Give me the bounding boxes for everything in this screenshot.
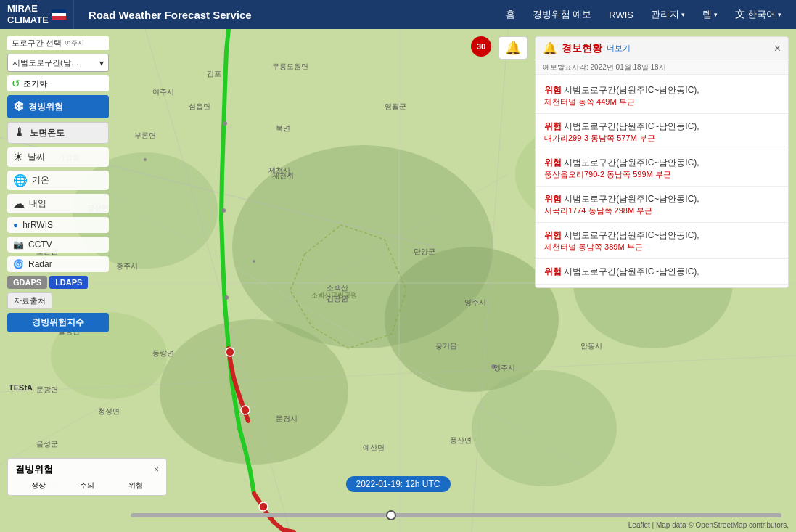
nav-lang-label: 한국어 xyxy=(747,8,776,21)
lang-icon: 文 xyxy=(735,8,745,21)
header: MIRAE CLIMATE Road Weather Forecast Serv… xyxy=(0,0,796,29)
timeline-dot[interactable] xyxy=(386,510,396,520)
ldaps-tag[interactable]: LDAPS xyxy=(49,276,88,289)
legend-caution-label: 주의 xyxy=(80,480,94,491)
service-title: Road Weather Forecast Service xyxy=(74,9,266,21)
legend-color-row: 정상 주의 위험 xyxy=(15,479,159,491)
nav-reop[interactable]: 렙 ▾ xyxy=(695,5,725,24)
alert-list-item[interactable]: 위험 시범도로구간(남원주IC~남안동IC), 제천터널 동남쪽 389M 부근 xyxy=(536,223,788,259)
alert-title: 경보현황 xyxy=(562,42,602,55)
alert-item-location: 제천터널 동남쪽 389M 부근 xyxy=(544,242,779,253)
lang-dropdown-arrow: ▾ xyxy=(778,11,781,18)
noyeon-button[interactable]: 🌡 노면온도 xyxy=(7,122,109,144)
nav-reop-label: 렙 xyxy=(702,8,712,21)
refresh-icon[interactable]: ↺ xyxy=(12,78,20,89)
left-sidebar: 도로구간 선택 여주시 시범도로구간(남원주IC-... ▾ ↺ 조기화 ❄ 경… xyxy=(7,36,109,332)
nav-gwanri-label: 관리지 xyxy=(651,8,679,21)
logo-line2: CLIMATE xyxy=(7,15,49,26)
alert-item-label: 위험 xyxy=(544,85,562,95)
logo-area: MIRAE CLIMATE xyxy=(0,0,74,29)
cctv-icon: 📷 xyxy=(13,240,24,250)
svg-point-25 xyxy=(491,364,496,369)
alert-item-label: 위험 xyxy=(544,121,562,131)
nav-home[interactable]: 홈 xyxy=(498,5,522,24)
road-select-dropdown[interactable]: 시범도로구간(남원주IC-... ▾ xyxy=(7,54,109,72)
legend-caution: 주의 xyxy=(64,479,111,491)
svg-text:소백산국립공원: 소백산국립공원 xyxy=(311,292,357,299)
alert-item-text: 시범도로구간(남원주IC~남안동IC), xyxy=(564,157,699,168)
alert-item-location: 풍산읍오리790-2 동남쪽 599M 부근 xyxy=(544,169,779,180)
refresh-label: 조기화 xyxy=(23,78,47,89)
weather-label: 날씨 xyxy=(28,151,45,163)
alert-list-item[interactable]: 위험 시범도로구간(남원주IC~남안동IC), 대가리299-3 동남쪽 577… xyxy=(536,114,788,150)
timeline-track[interactable] xyxy=(131,513,781,517)
alert-item-location: 서곡리1774 동남쪽 298M 부근 xyxy=(544,205,779,216)
alert-close-button[interactable]: × xyxy=(774,42,781,55)
svg-point-24 xyxy=(224,295,229,300)
dropdown-arrow: ▾ xyxy=(99,58,104,68)
date-label: 2022-01-19: 12h UTC xyxy=(345,476,450,492)
alert-bell-button[interactable]: 🔔 xyxy=(498,36,528,60)
reop-dropdown-arrow: ▾ xyxy=(714,11,718,18)
rwis-button[interactable]: ● hrRWIS xyxy=(7,217,109,233)
snowflake-icon: ❄ xyxy=(13,99,24,115)
nav-gwanri[interactable]: 관리지 ▾ xyxy=(644,5,692,24)
nav-gyeongbing-yebo[interactable]: 경빙위험 예보 xyxy=(525,5,599,24)
gyeongbing-jisu-button[interactable]: 경빙위험지수 xyxy=(7,313,109,332)
alert-item-text: 시범도로구간(남원주IC~남안동IC), xyxy=(564,121,699,131)
alert-item-label: 위험 xyxy=(544,194,562,204)
gyeongbing-button[interactable]: ❄ 경빙위험 xyxy=(7,95,109,118)
alert-panel: 🔔 경보현황 더보기 × 예보발표시각: 2022년 01월 18일 18시 위… xyxy=(535,36,789,288)
timeline-bar[interactable] xyxy=(131,513,781,517)
svg-point-22 xyxy=(223,121,227,126)
nav-rwis[interactable]: RWIS xyxy=(602,7,641,23)
logo-text: MIRAE CLIMATE xyxy=(7,3,49,25)
sun-icon: ☀ xyxy=(13,150,23,164)
jaryocheje-row: 자료출처 xyxy=(7,292,109,309)
gdaps-ldaps-row: GDAPS LDAPS xyxy=(7,276,109,289)
attribution: Leaflet | Map data © OpenStreetMap contr… xyxy=(628,521,789,529)
logo-line1: MIRAE xyxy=(7,3,49,15)
alert-item-text: 시범도로구간(남원주IC~남안동IC), xyxy=(564,194,699,204)
alert-list-item[interactable]: 위험 시범도로구간(남원주IC~남안동IC), 풍산읍오리790-2 동남쪽 5… xyxy=(536,150,788,187)
alert-header: 🔔 경보현황 더보기 × xyxy=(536,37,788,60)
jaryocheje-button[interactable]: 자료출처 xyxy=(7,292,52,309)
refresh-row[interactable]: ↺ 조기화 xyxy=(7,75,109,91)
radar-icon: 🌀 xyxy=(13,259,24,269)
gion-label: 기온 xyxy=(32,174,49,187)
alert-item-label: 위험 xyxy=(544,230,562,240)
legend-header: 결빙위험 × xyxy=(15,463,159,476)
alert-list-item[interactable]: 위험 시범도로구간(남원주IC~남안동IC), 서곡리1774 동남쪽 298M… xyxy=(536,187,788,223)
naeim-button[interactable]: ☁ 내임 xyxy=(7,194,109,213)
map-container[interactable]: 소백산국립공원 TEStA 김포 무릉도원면 여주시 섬읍면 부론면 북면 영월… xyxy=(0,29,796,532)
noyeon-label: 노면온도 xyxy=(30,127,65,139)
naeim-label: 내임 xyxy=(29,197,46,210)
nav-lang[interactable]: 文 한국어 ▾ xyxy=(728,5,789,24)
cctv-button[interactable]: 📷 CCTV xyxy=(7,237,109,253)
legend-close-button[interactable]: × xyxy=(154,465,159,475)
alert-list-item[interactable]: 위험 시범도로구간(남원주IC~남안동IC), 제천터널 동쪽 449M 부근 xyxy=(536,78,788,114)
alert-item-location: 대가리299-3 동남쪽 577M 부근 xyxy=(544,133,779,144)
alert-list[interactable]: 위험 시범도로구간(남원주IC~남안동IC), 제천터널 동쪽 449M 부근 … xyxy=(536,75,788,287)
alert-item-label: 위험 xyxy=(544,157,562,168)
road-limit-badge: 30 xyxy=(471,36,491,57)
alert-more-button[interactable]: 더보기 xyxy=(607,43,631,54)
gion-button[interactable]: 🌐 기온 xyxy=(7,171,109,190)
radar-button[interactable]: 🌀 Radar xyxy=(7,256,109,272)
alert-timestamp-row: 예보발표시각: 2022년 01월 18일 18시 xyxy=(536,60,788,75)
cctv-label: CCTV xyxy=(28,240,52,250)
alert-list-item[interactable]: 위험 시범도로구간(남원주IC~남안동IC), xyxy=(536,259,788,285)
gdaps-tag[interactable]: GDAPS xyxy=(7,276,47,289)
legend-normal: 정상 xyxy=(15,479,62,491)
alert-timestamp: 예보발표시각: 2022년 01월 18일 18시 xyxy=(543,63,666,71)
alert-bell-icon: 🔔 xyxy=(543,41,557,55)
bell-icon: 🔔 xyxy=(505,40,521,56)
svg-text:TEStA: TEStA xyxy=(9,383,33,392)
svg-point-19 xyxy=(226,348,234,356)
gwanri-dropdown-arrow: ▾ xyxy=(681,11,685,18)
legend-danger: 위험 xyxy=(112,479,159,491)
weather-button[interactable]: ☀ 날씨 xyxy=(7,147,109,167)
legend-normal-label: 정상 xyxy=(31,480,46,491)
alert-item-location: 제천터널 동쪽 449M 부근 xyxy=(544,97,779,107)
svg-point-6 xyxy=(160,319,348,465)
